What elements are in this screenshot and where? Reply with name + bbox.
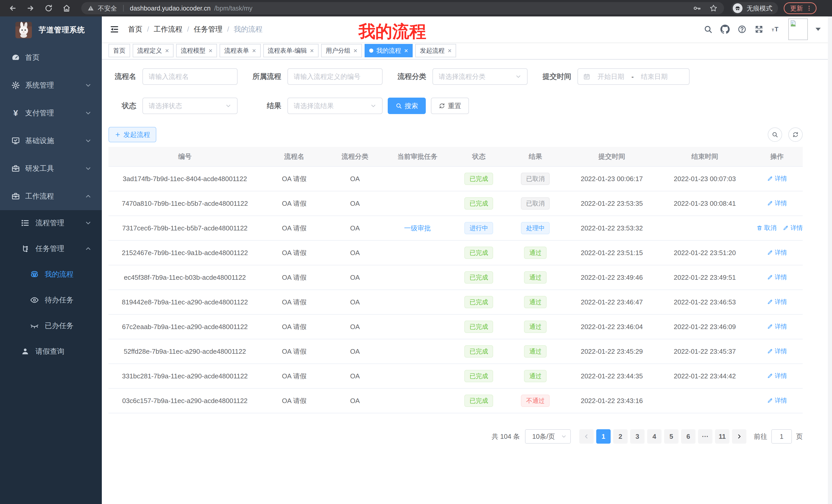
font-size-icon[interactable]: TT [771, 25, 781, 34]
close-icon[interactable]: × [209, 47, 212, 54]
breadcrumb-item[interactable]: 工作流程 [154, 24, 183, 34]
detail-link[interactable]: 详情 [767, 347, 787, 355]
update-button[interactable]: 更新 [784, 2, 816, 14]
page-button[interactable]: 1 [596, 429, 610, 444]
filter-item-结果: 结果请选择流结果 [253, 97, 383, 114]
fullscreen-icon[interactable] [754, 25, 763, 34]
tab-流程模型[interactable]: 流程模型× [176, 44, 217, 57]
tab-发起流程[interactable]: 发起流程× [415, 44, 456, 57]
sidebar-item-待办任务[interactable]: 待办任务 [0, 287, 102, 313]
navbar-actions: TT [703, 19, 821, 40]
scrollbar[interactable] [828, 17, 832, 504]
page-button[interactable]: 11 [715, 429, 729, 444]
chevron-down-icon [370, 103, 376, 109]
page-size-select[interactable]: 10条/页 [525, 429, 571, 444]
cell-process-name: OA 请假 [261, 290, 327, 314]
close-icon[interactable]: × [448, 47, 451, 54]
sidebar-item-基础设施[interactable]: 基础设施 [0, 127, 102, 155]
next-page-button[interactable] [732, 429, 746, 444]
edit-icon [767, 200, 773, 206]
security-label[interactable]: 不安全 [98, 4, 117, 12]
divider [123, 5, 124, 11]
close-icon[interactable]: × [310, 47, 314, 54]
refresh-table-button[interactable] [788, 128, 803, 142]
sidebar-item-首页[interactable]: 首页 [0, 44, 102, 72]
cell-category: OA [327, 191, 383, 216]
cell-current-task [383, 241, 452, 265]
breadcrumb-item[interactable]: 首页 [128, 24, 142, 34]
detail-link[interactable]: 详情 [767, 248, 787, 257]
sidebar-item-任务管理[interactable]: 任务管理 [0, 236, 102, 261]
sidebar-item-工作流程[interactable]: 工作流程 [0, 183, 102, 210]
show-search-button[interactable] [768, 128, 782, 142]
select-input[interactable]: 请选择状态 [142, 97, 238, 114]
text-input[interactable]: 请输入流程定义的编号 [287, 68, 383, 85]
back-icon[interactable] [8, 4, 17, 12]
app-logo-row[interactable]: 芋道管理系统 [0, 17, 102, 44]
page-button[interactable]: 3 [630, 429, 645, 444]
sidebar-item-请假查询[interactable]: 请假查询 [0, 339, 102, 364]
star-icon[interactable] [709, 4, 718, 12]
result-badge: 通过 [524, 296, 547, 308]
sidebar-item-流程管理[interactable]: 流程管理 [0, 210, 102, 236]
search-button[interactable]: 搜索 [388, 97, 426, 114]
page-button[interactable]: 4 [647, 429, 661, 444]
sidebar-item-已办任务[interactable]: 已办任务 [0, 313, 102, 339]
kebab-menu-icon[interactable] [806, 5, 813, 12]
detail-link[interactable]: 详情 [767, 298, 787, 306]
forward-icon[interactable] [26, 4, 35, 12]
sidebar-item-研发工具[interactable]: 研发工具 [0, 155, 102, 183]
sidebar-submenu: 流程管理任务管理我的流程待办任务已办任务请假查询 [0, 210, 102, 504]
key-icon[interactable] [693, 4, 701, 12]
detail-link[interactable]: 详情 [767, 199, 787, 207]
create-process-button[interactable]: 发起流程 [108, 127, 156, 142]
help-icon[interactable] [737, 25, 747, 34]
detail-link[interactable]: 详情 [767, 372, 787, 380]
tab-我的流程[interactable]: 我的流程× [365, 44, 413, 57]
page-button[interactable]: 2 [613, 429, 628, 444]
close-icon[interactable]: × [252, 47, 256, 54]
sidebar-item-系统管理[interactable]: 系统管理 [0, 72, 102, 99]
prev-page-button[interactable] [579, 429, 594, 444]
select-input[interactable]: 请选择流程分类 [433, 68, 527, 85]
text-input[interactable]: 请输入流程名 [142, 68, 238, 85]
detail-link[interactable]: 详情 [783, 224, 803, 232]
breadcrumb-item[interactable]: 任务管理 [194, 24, 223, 34]
goto-page-input[interactable] [771, 429, 792, 444]
sidebar-item-支付管理[interactable]: ¥支付管理 [0, 99, 102, 127]
tab-流程表单[interactable]: 流程表单× [219, 44, 260, 57]
detail-link[interactable]: 详情 [767, 323, 787, 331]
more-pages-button[interactable]: ··· [698, 429, 712, 444]
daterange-input[interactable]: 开始日期-结束日期 [577, 68, 690, 85]
close-icon[interactable]: × [354, 47, 357, 54]
detail-link[interactable]: 详情 [767, 273, 787, 281]
avatar[interactable] [788, 19, 808, 40]
page-button[interactable]: 6 [681, 429, 696, 444]
close-icon[interactable]: × [165, 47, 169, 54]
tab-流程表单-编辑[interactable]: 流程表单-编辑× [263, 44, 318, 57]
reload-icon[interactable] [44, 4, 53, 12]
tab-流程定义[interactable]: 流程定义× [133, 44, 174, 57]
select-input[interactable]: 请选择流结果 [287, 97, 383, 114]
sidebar-item-我的流程[interactable]: 我的流程 [0, 261, 102, 287]
page-button[interactable]: 5 [664, 429, 678, 444]
search-icon[interactable] [703, 25, 713, 34]
tab-用户分组[interactable]: 用户分组× [321, 44, 362, 57]
cell-end-time: 2022-01-22 23:49:51 [658, 265, 751, 290]
caret-down-icon[interactable] [815, 28, 821, 31]
status-badge: 进行中 [464, 222, 493, 234]
cancel-link[interactable]: 取消 [756, 224, 777, 232]
detail-link[interactable]: 详情 [767, 396, 787, 404]
filter-row-2: 状态请选择状态结果请选择流结果 搜索 重置 [108, 97, 803, 114]
close-icon[interactable]: × [404, 47, 408, 54]
detail-link[interactable]: 详情 [767, 174, 787, 183]
home-icon[interactable] [62, 4, 71, 12]
application-window: 不安全 dashboard.yudao.iocoder.cn/bpm/task/… [0, 0, 832, 504]
current-task-link[interactable]: 一级审批 [404, 224, 431, 232]
sidebar-collapse-icon[interactable] [109, 24, 119, 34]
reset-button[interactable]: 重置 [431, 97, 469, 114]
address-bar[interactable]: 不安全 dashboard.yudao.iocoder.cn/bpm/task/… [81, 2, 724, 15]
tab-首页[interactable]: 首页 [108, 44, 130, 57]
cell-process-name: OA 请假 [261, 388, 327, 413]
github-icon[interactable] [721, 25, 730, 34]
